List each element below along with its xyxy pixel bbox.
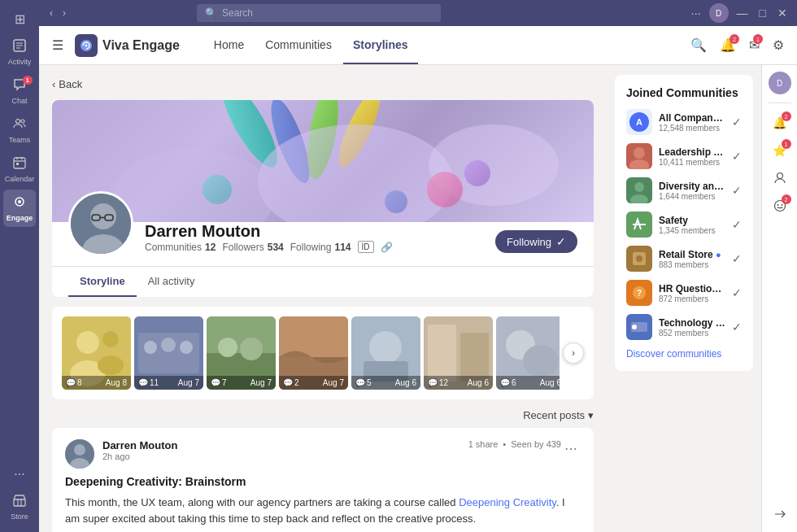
minimize-btn[interactable]: — xyxy=(734,5,751,21)
stat-following[interactable]: Following 114 xyxy=(290,242,351,253)
community-info-1: Leadership Connection ● 10,411 members xyxy=(659,146,725,167)
svg-point-36 xyxy=(180,341,193,354)
community-item-2[interactable]: Diversity and Belonging ● 1,644 members … xyxy=(626,177,742,203)
recent-posts-label: Recent posts xyxy=(523,409,585,421)
rail-star-btn[interactable]: ⭐ 1 xyxy=(769,139,791,162)
right-icon-rail: D 🔔 2 ⭐ 1 2 xyxy=(761,65,797,532)
nav-item-waffle[interactable]: ⊞ xyxy=(3,7,36,32)
post-link-1[interactable]: Deepening Creativity xyxy=(459,496,556,508)
svg-point-81 xyxy=(777,173,782,179)
search-input[interactable] xyxy=(222,7,433,19)
calendar-icon xyxy=(12,155,27,173)
maximize-btn[interactable]: □ xyxy=(756,5,769,21)
back-label: Back xyxy=(59,78,82,90)
nav-home[interactable]: Home xyxy=(204,27,254,64)
close-btn[interactable]: ✕ xyxy=(774,5,790,21)
rail-notification-btn[interactable]: 🔔 2 xyxy=(769,111,791,134)
recent-posts-btn[interactable]: Recent posts ▾ xyxy=(523,409,594,421)
nav-item-more[interactable]: ··· xyxy=(3,462,36,486)
notification-btn[interactable]: 🔔 2 xyxy=(716,34,739,56)
community-info-0: All Company ● 12,548 members xyxy=(659,112,725,133)
forward-arrow-btn[interactable]: › xyxy=(59,6,70,20)
nav-communities[interactable]: Communities xyxy=(255,27,342,64)
svg-point-35 xyxy=(161,338,176,352)
post-author-info: Darren Mouton 2h ago xyxy=(102,439,468,461)
following-label: Following xyxy=(507,236,551,248)
profile-tabs: Storyline All activity xyxy=(52,266,594,297)
following-button[interactable]: Following ✓ xyxy=(495,230,577,253)
search-icon: 🔍 xyxy=(205,7,217,19)
community-item-3[interactable]: Safety 1,345 members ✓ xyxy=(626,211,742,238)
story-thumb-2[interactable]: 💬 11 Aug 7 xyxy=(134,316,203,390)
nav-item-teams[interactable]: Teams xyxy=(3,111,36,149)
comment-icon-5: 💬 xyxy=(355,378,365,387)
hamburger-btn[interactable]: ☰ xyxy=(49,34,67,56)
community-name-2: Diversity and Belonging ● xyxy=(659,181,725,192)
story-thumb-4[interactable]: 💬 2 Aug 7 xyxy=(279,316,348,390)
nav-item-store[interactable]: Store xyxy=(3,488,36,525)
svg-point-66 xyxy=(634,147,645,159)
rail-arrow-btn[interactable] xyxy=(769,503,791,525)
svg-point-15 xyxy=(111,149,274,222)
community-item-4[interactable]: Retail Store ● 883 members ✓ xyxy=(626,246,742,272)
back-button[interactable]: ‹ Back xyxy=(52,78,82,90)
tab-all-activity[interactable]: All activity xyxy=(137,267,207,297)
message-btn[interactable]: ✉ 1 xyxy=(746,34,763,56)
community-check-3: ✓ xyxy=(732,218,742,231)
nav-storylines[interactable]: Storylines xyxy=(343,27,418,64)
community-item-5[interactable]: ? HR Questions ● 872 members ✓ xyxy=(626,280,742,306)
waffle-icon: ⊞ xyxy=(15,11,25,27)
back-arrow-btn[interactable]: ‹ xyxy=(46,6,57,20)
community-members-6: 852 members xyxy=(659,329,725,338)
story-thumb-7[interactable]: 💬 6 Aug 6 xyxy=(496,316,560,390)
community-item-0[interactable]: A All Company ● 12,548 members ✓ xyxy=(626,109,742,135)
story-thumb-overlay-5: 💬 5 Aug 6 xyxy=(351,376,420,390)
profile-cover xyxy=(52,100,594,222)
story-thumbnails: 💬 8 Aug 8 xyxy=(62,316,560,390)
nav-item-activity[interactable]: Activity xyxy=(3,33,36,71)
story-thumb-3[interactable]: 💬 7 Aug 7 xyxy=(207,316,276,390)
rail-reactions-btn[interactable]: 2 xyxy=(769,194,791,217)
svg-point-39 xyxy=(218,338,237,357)
community-info-2: Diversity and Belonging ● 1,644 members xyxy=(659,181,725,201)
svg-point-53 xyxy=(74,444,85,456)
nav-item-chat[interactable]: 1 Chat xyxy=(3,72,36,110)
profile-actions: Following ✓ xyxy=(495,230,577,256)
community-icon-5: ? xyxy=(626,280,652,306)
rail-user-avatar[interactable]: D xyxy=(769,72,791,94)
nav-item-calendar[interactable]: Calendar xyxy=(3,150,36,188)
activity-label: Activity xyxy=(8,58,32,66)
stat-communities[interactable]: Communities 12 xyxy=(145,242,216,253)
story-next-btn[interactable]: › xyxy=(563,342,584,364)
community-icon-1 xyxy=(626,143,652,169)
rail-notif-badge: 2 xyxy=(782,111,791,121)
user-avatar-small[interactable]: D xyxy=(709,3,729,23)
app-name: Viva Engage xyxy=(102,38,180,53)
community-item-6[interactable]: Technology Tips and Ans... 852 members ✓ xyxy=(626,314,742,340)
profile-card: Darren Mouton Communities 12 Followers 5… xyxy=(52,100,594,297)
svg-point-19 xyxy=(203,175,232,204)
story-thumbnails-card: 💬 8 Aug 8 xyxy=(52,307,594,399)
svg-point-17 xyxy=(427,172,463,207)
story-thumb-1[interactable]: 💬 8 Aug 8 xyxy=(62,316,131,390)
community-item-1[interactable]: Leadership Connection ● 10,411 members ✓ xyxy=(626,143,742,169)
story-thumb-5[interactable]: 💬 5 Aug 6 xyxy=(351,316,420,390)
app-nav-links: Home Communities Storylines xyxy=(204,27,418,64)
discover-communities-link[interactable]: Discover communities xyxy=(626,348,742,360)
post-header: Darren Mouton 2h ago 1 share • Seen by 4… xyxy=(65,439,581,469)
settings-btn[interactable]: ⚙ xyxy=(769,34,787,56)
search-btn-header[interactable]: 🔍 xyxy=(687,34,710,56)
nav-item-engage[interactable]: Engage xyxy=(3,190,36,227)
ellipsis-btn[interactable]: ··· xyxy=(688,5,704,21)
story-thumb-overlay-2: 💬 11 Aug 7 xyxy=(134,376,203,390)
story-thumb-6[interactable]: 💬 12 Aug 6 xyxy=(424,316,493,390)
tab-storyline[interactable]: Storyline xyxy=(68,267,137,297)
stat-followers[interactable]: Followers 534 xyxy=(222,242,283,253)
rail-person-btn[interactable] xyxy=(769,167,791,190)
stat-link-btn[interactable]: 🔗 xyxy=(381,242,393,253)
stat-id-btn[interactable]: ID xyxy=(358,241,374,253)
more-icon: ··· xyxy=(14,467,24,482)
post-options-btn[interactable]: ⋯ xyxy=(561,439,581,458)
svg-rect-3 xyxy=(14,158,25,168)
community-members-0: 12,548 members xyxy=(659,124,725,133)
